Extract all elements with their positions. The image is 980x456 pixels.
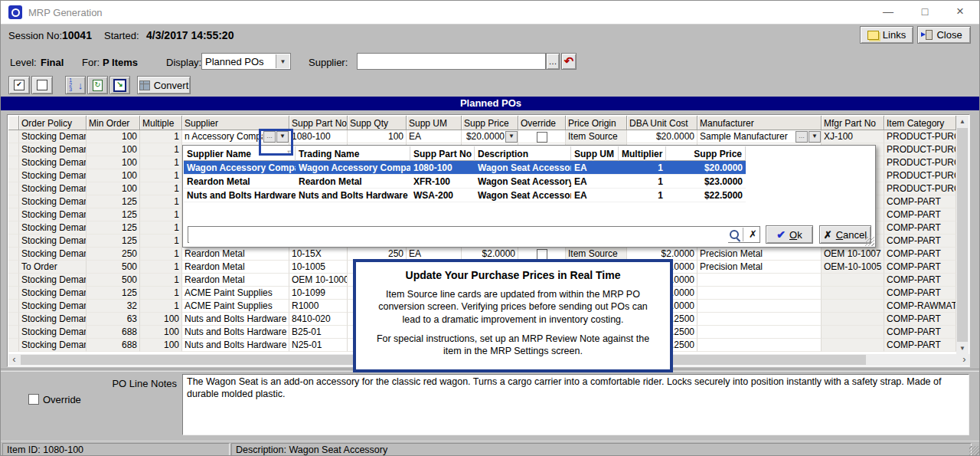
column-header-override[interactable]: Override [518,116,566,130]
column-header-multiple[interactable]: Multiple [140,116,182,130]
column-header-price-origin[interactable]: Price Origin [566,116,627,130]
links-button[interactable]: Links [860,26,913,44]
grid-cell-manufacturer[interactable]: Precision Metal [697,248,822,261]
grid-cell-price-origin[interactable]: Item Source [566,130,627,143]
override-checkbox[interactable] [28,394,39,405]
search-icon[interactable] [730,230,739,239]
grid-cell-supplier[interactable]: Reardon Metal [182,274,289,287]
select-all-button[interactable]: ✔ [8,76,30,94]
popup-cell-supp-part-no[interactable]: 1080-100 [410,161,475,175]
popup-column-multiplier[interactable]: Multiplier [619,146,666,161]
grid-cell-supplier[interactable]: ACME Paint Supplies [182,287,289,300]
popup-cell-supp-um[interactable]: EA [571,189,619,202]
grid-cell-multiple[interactable]: 1 [140,300,182,313]
override-cell-checkbox[interactable] [537,249,547,260]
grid-cell-multiple[interactable]: 1 [140,248,182,261]
grid-cell-min-order[interactable]: 100 [87,130,140,143]
column-header-min-order[interactable]: Min Order [87,116,140,130]
column-header-dba-unit-cost[interactable]: DBA Unit Cost [627,116,697,130]
grid-cell-order-policy[interactable]: Stocking Demand [19,339,87,352]
popup-cell-supp-part-no[interactable]: XFR-100 [410,175,475,189]
row-selector[interactable] [8,274,19,287]
grid-cell-supplier[interactable]: ACME Paint Supplies [182,300,289,313]
grid-cell-supp-part-no[interactable]: 10-1005 [289,261,348,274]
row-selector[interactable] [8,156,19,169]
grid-cell-min-order[interactable]: 100 [87,169,140,182]
grid-cell-supplier[interactable]: Nuts and Bolts Hardware [182,326,289,339]
column-header-supp-part-no[interactable]: Supp Part No [289,116,348,130]
grid-cell-item-category[interactable]: PRODUCT-PURCH [884,169,956,182]
override-cell-checkbox[interactable] [537,132,547,143]
grid-cell-mfgr-part-no[interactable]: OEM 10-1007 [822,248,884,261]
grid-cell-order-policy[interactable]: Stocking Demand [19,182,87,195]
grid-cell-mfgr-part-no[interactable] [822,300,884,313]
grid-cell-multiple[interactable]: 1 [140,169,182,182]
popup-cell-trading-name[interactable]: Reardon Metal [296,175,410,189]
grid-cell-order-policy[interactable]: Stocking Demand [19,208,87,221]
grid-cell-multiple[interactable]: 1 [140,208,182,221]
display-combo[interactable]: Planned POs ▼ [201,53,291,70]
grid-cell-min-order[interactable]: 500 [87,274,140,287]
grid-cell-order-policy[interactable]: To Order [19,261,87,274]
grid-cell-order-policy[interactable]: Stocking Demand [19,300,87,313]
grid-cell-item-category[interactable]: PRODUCT-PURCH [884,156,956,169]
clear-search-icon[interactable]: ✗ [749,228,757,240]
grid-cell-order-policy[interactable]: Stocking Demand [19,221,87,235]
popup-cell-supplier-name[interactable]: Reardon Metal [184,175,296,189]
popup-cell-trading-name[interactable]: Wagon Accessory Company [296,161,410,175]
grid-cell-min-order[interactable]: 100 [87,156,140,169]
popup-column-supp-price[interactable]: Supp Price [666,146,746,161]
grid-cell-supp-um[interactable]: EA [407,130,462,143]
grid-cell-min-order[interactable]: 100 [87,182,140,195]
row-selector[interactable] [8,326,19,339]
chevron-down-icon[interactable]: ▼ [276,54,289,68]
grid-cell-min-order[interactable]: 688 [87,326,140,339]
popup-cell-supp-part-no[interactable]: WSA-200 [410,189,475,202]
row-selector[interactable] [8,221,19,235]
grid-cell-supp-part-no[interactable]: 8410-020 [289,313,348,326]
grid-cell-order-policy[interactable]: Stocking Demand [19,195,87,208]
grid-cell-min-order[interactable]: 32 [87,300,140,313]
row-selector[interactable] [8,235,19,248]
export-button[interactable]: ↘ [109,76,130,94]
popup-cell-multiplier[interactable]: 1 [619,175,666,189]
column-header-supp-um[interactable]: Supp UM [407,116,462,130]
grid-cell-min-order[interactable]: 125 [87,208,140,221]
popup-cell-trading-name[interactable]: Nuts and Bolts Hardware [296,189,410,202]
row-selector[interactable] [8,339,19,352]
grid-cell-mfgr-part-no[interactable]: OEM-10-1005 [822,261,884,274]
column-header-manufacturer[interactable]: Manufacturer [697,116,822,130]
grid-cell-min-order[interactable]: 250 [87,248,140,261]
grid-cell-supplier[interactable]: Nuts and Bolts Hardware [182,313,289,326]
grid-cell-order-policy[interactable]: Stocking Demand [19,313,87,326]
popup-cell-multiplier[interactable]: 1 [619,189,666,202]
row-selector[interactable] [8,248,19,261]
row-selector[interactable] [8,261,19,274]
close-window-button[interactable]: × [942,1,978,24]
list-item[interactable]: Nuts and Bolts HardwareNuts and Bolts Ha… [184,189,746,202]
grid-cell-multiple[interactable]: 1 [140,287,182,300]
window-resize-grip[interactable] [969,446,979,456]
row-selector[interactable] [8,300,19,313]
grid-cell-multiple[interactable]: 1 [140,182,182,195]
grid-cell-item-category[interactable]: PRODUCT-PURCH [884,143,956,156]
popup-column-supp-um[interactable]: Supp UM [571,146,619,161]
grid-cell-item-category[interactable]: COMP-PART [884,221,956,235]
list-item[interactable]: Reardon MetalReardon MetalXFR-100Wagon S… [184,175,746,189]
sort-button[interactable]: 1 2 3↓ [65,76,86,94]
grid-cell-multiple[interactable]: 1 [140,221,182,235]
grid-cell-item-category[interactable]: COMP-RAWMAT [884,300,956,313]
column-header-supp-qty[interactable]: Supp Qty [348,116,407,130]
grid-cell-manufacturer[interactable] [697,326,822,339]
grid-cell-min-order[interactable]: 100 [87,143,140,156]
grid-cell-multiple[interactable]: 1 [140,195,182,208]
grid-cell-manufacturer[interactable]: Precision Metal [697,261,822,274]
grid-cell-multiple[interactable]: 100 [140,313,182,326]
grid-cell-manufacturer[interactable] [697,287,822,300]
vertical-scrollbar[interactable]: ▲ ▼ [956,116,969,354]
popup-cell-supp-price[interactable]: $20.0000 [666,161,746,175]
grid-cell-multiple[interactable]: 100 [140,326,182,339]
row-selector[interactable] [8,195,19,208]
scroll-left-icon[interactable]: ‹ [8,354,20,366]
popup-column-trading-name[interactable]: Trading Name [296,146,410,161]
